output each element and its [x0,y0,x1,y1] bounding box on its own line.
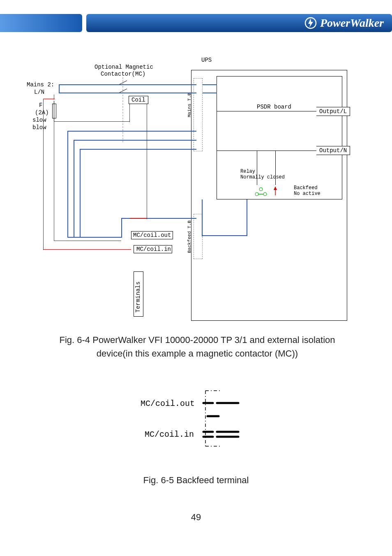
backfeed-terminal-svg [131,382,263,456]
brand-banner: PowerWalker [86,14,392,32]
svg-marker-6 [274,186,277,190]
psdr-label: PSDR board [257,104,291,110]
fuse-slow: slow [32,117,46,123]
fuse-f: F [39,102,42,109]
brand-icon [304,17,317,29]
backfeed-tb-box [194,214,203,259]
terminals-label: Terminals [135,276,141,313]
fuse-2a: (2A) [35,109,49,116]
psdr-box [217,76,342,199]
fuse-box [52,104,56,118]
figure-caption-6-4: Fig. 6-4 PowerWalker VFI 10000-20000 TP … [41,333,353,360]
optional-mc-2: Contactor(MC) [101,71,145,77]
caption1-line1: Fig. 6-4 PowerWalker VFI 10000-20000 TP … [60,335,335,345]
mc-coil-in-label: MC/coil.in [136,246,171,253]
d2-mc-coil-out: MC/coil.out [141,399,195,408]
backfeed-tb-label: Backfeed T.B [187,216,192,253]
output-n-label: Output/N [319,147,347,154]
header-bar: PowerWalker [0,14,392,32]
caption1-line2: device(in this example a magnetic contac… [97,348,298,359]
figure-caption-6-5: Fig. 6-5 Backfeed terminal [0,475,392,486]
mains2-2: L/N [34,89,44,95]
mains-tb-label: Mains T.B [187,84,192,117]
svg-point-3 [263,192,267,196]
relay-label-2: Normally closed [240,174,285,180]
mains2-1: Mains 2: [27,81,54,88]
optional-mc-1: Optional Magnetic [95,64,153,70]
ups-label: UPS [201,57,212,63]
output-l-label: Output/L [319,108,347,115]
no-active-label: No active [294,191,321,197]
svg-point-2 [255,192,258,196]
coil-label: Coil [131,97,145,103]
fuse-blow: blow [32,124,46,131]
relay-label-1: Relay [240,169,255,174]
backfeed-label: Backfeed [294,185,318,191]
diagram-external-isolation: UPS PSDR board Output/L Output/N Relay N… [27,53,360,325]
svg-point-1 [259,188,263,191]
mc-coil-out-label: MC/coil.out [133,232,171,239]
d2-mc-coil-in: MC/coil.in [145,430,194,439]
mc-switch-symbol [115,77,131,143]
page-number: 49 [0,512,392,523]
diagram-backfeed-terminal: MC/coil.out MC/coil.in [131,382,263,456]
header-left-accent [0,14,82,32]
brand-text: PowerWalker [320,16,384,30]
relay-symbol [251,185,284,197]
